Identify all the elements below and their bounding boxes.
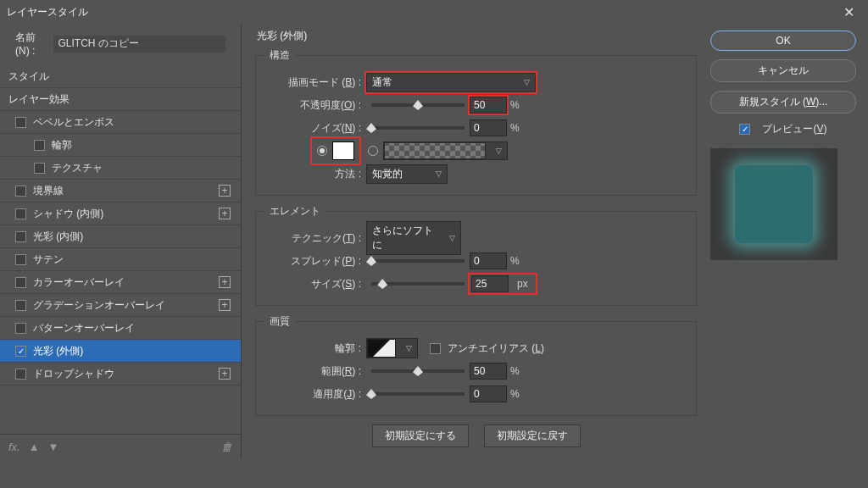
structure-group: 構造 描画モード (B) : 通常▽ 不透明度(O) : % ノイズ(N) : …: [255, 48, 697, 196]
reset-default-button[interactable]: 初期設定に戻す: [484, 424, 581, 447]
contour-label: 輪郭 :: [264, 341, 366, 356]
sidebar-item-bevel[interactable]: ベベルとエンボス: [0, 111, 241, 134]
size-label: サイズ(S) :: [264, 277, 366, 291]
gradient-radio[interactable]: [368, 146, 378, 156]
blend-mode-label: 描画モード (B) :: [264, 75, 366, 90]
spread-slider[interactable]: [371, 259, 465, 263]
make-default-button[interactable]: 初期設定にする: [372, 424, 469, 447]
contour-picker[interactable]: ▽: [366, 338, 418, 358]
preview-checkbox[interactable]: [739, 124, 750, 135]
size-input[interactable]: [471, 275, 509, 292]
noise-slider[interactable]: [371, 126, 465, 130]
sidebar-item-pattern-overlay[interactable]: パターンオーバーレイ: [0, 317, 241, 340]
technique-label: テクニック(T) :: [264, 231, 366, 246]
preview-label: プレビュー(V): [762, 122, 826, 136]
method-select[interactable]: 知覚的▽: [366, 164, 448, 184]
new-style-button[interactable]: 新規スタイル (W)...: [710, 91, 856, 114]
noise-label: ノイズ(N) :: [264, 121, 366, 136]
sidebar-item-gradient-overlay[interactable]: グラデーションオーバーレイ+: [0, 294, 241, 317]
jitter-input[interactable]: [470, 385, 507, 402]
name-label: 名前(N) :: [15, 30, 47, 57]
ok-button[interactable]: OK: [710, 30, 856, 51]
opacity-input[interactable]: [470, 97, 507, 114]
sidebar-item-satin[interactable]: サテン: [0, 248, 241, 271]
plus-icon[interactable]: +: [219, 276, 231, 288]
trash-icon[interactable]: 🗑: [221, 441, 232, 453]
range-input[interactable]: [470, 363, 507, 380]
jitter-label: 適用度(J) :: [264, 387, 366, 402]
antialias-label: アンチエイリアス (L): [448, 341, 544, 356]
sidebar-item-outer-glow[interactable]: 光彩 (外側): [0, 340, 241, 363]
range-label: 範囲(R) :: [264, 364, 366, 379]
cancel-button[interactable]: キャンセル: [710, 59, 856, 82]
sidebar-header[interactable]: スタイル: [0, 65, 241, 88]
plus-icon[interactable]: +: [219, 368, 231, 380]
up-icon[interactable]: ▲: [29, 441, 40, 453]
styles-sidebar: 名前(N) : スタイル レイヤー効果 ベベルとエンボス 輪郭 テクスチャ 境界…: [0, 24, 242, 459]
plus-icon[interactable]: +: [219, 299, 231, 311]
noise-input[interactable]: [470, 119, 507, 136]
quality-group: 画質 輪郭 : ▽ アンチエイリアス (L) 範囲(R) : % 適用度(J) …: [255, 314, 697, 416]
range-slider[interactable]: [371, 369, 465, 373]
down-icon[interactable]: ▼: [48, 441, 59, 453]
fx-icon[interactable]: fx.: [8, 441, 20, 453]
sidebar-layer-effects[interactable]: レイヤー効果: [0, 88, 241, 111]
sidebar-item-drop-shadow[interactable]: ドロップシャドウ+: [0, 363, 241, 385]
method-label: 方法 :: [264, 167, 366, 181]
preview-thumbnail: [710, 148, 837, 260]
spread-label: スプレッド(P) :: [264, 254, 366, 269]
close-icon[interactable]: ✕: [837, 4, 861, 20]
blend-mode-select[interactable]: 通常▽: [366, 73, 536, 92]
opacity-slider[interactable]: [371, 103, 465, 107]
panel-title: 光彩 (外側): [257, 29, 697, 43]
right-panel: OK キャンセル 新規スタイル (W)... プレビュー(V): [707, 24, 868, 459]
dialog-title: レイヤースタイル: [7, 5, 88, 19]
technique-select[interactable]: さらにソフト に▽: [366, 221, 461, 255]
sidebar-item-inner-glow[interactable]: 光彩 (内側): [0, 225, 241, 248]
opacity-label: 不透明度(O) :: [264, 98, 366, 113]
plus-icon[interactable]: +: [219, 185, 231, 197]
glow-color-swatch[interactable]: [332, 141, 354, 160]
color-radio[interactable]: [317, 146, 327, 156]
size-slider[interactable]: [371, 282, 465, 286]
element-group: エレメント テクニック(T) : さらにソフト に▽ スプレッド(P) : % …: [255, 204, 697, 306]
sidebar-item-color-overlay[interactable]: カラーオーバーレイ+: [0, 271, 241, 294]
sidebar-item-contour[interactable]: 輪郭: [0, 134, 241, 157]
gradient-picker[interactable]: ▽: [383, 141, 508, 160]
antialias-checkbox[interactable]: [430, 343, 441, 354]
name-input[interactable]: [53, 36, 225, 53]
effect-panel: 光彩 (外側) 構造 描画モード (B) : 通常▽ 不透明度(O) : % ノ…: [242, 24, 707, 459]
plus-icon[interactable]: +: [219, 208, 231, 219]
sidebar-item-inner-shadow[interactable]: シャドウ (内側)+: [0, 202, 241, 225]
sidebar-item-texture[interactable]: テクスチャ: [0, 157, 241, 180]
jitter-slider[interactable]: [371, 392, 465, 396]
spread-input[interactable]: [470, 252, 507, 269]
sidebar-item-stroke[interactable]: 境界線+: [0, 180, 241, 202]
